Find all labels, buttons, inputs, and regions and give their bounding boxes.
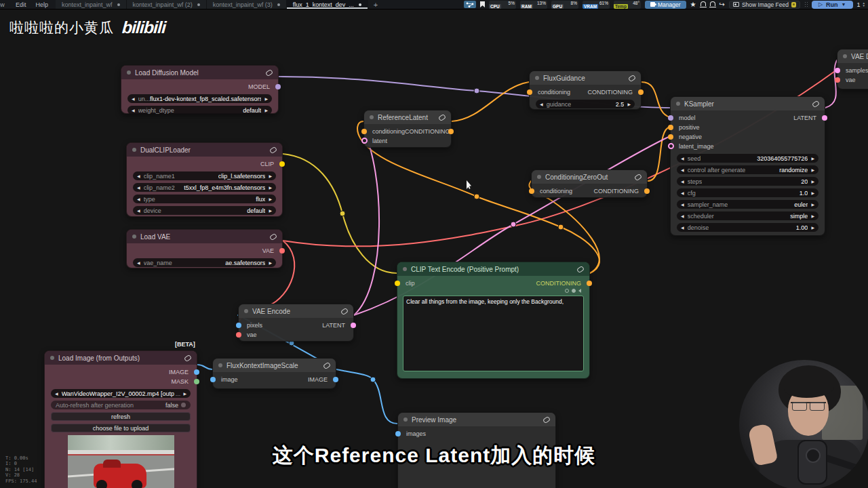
combo-right-arrow-icon[interactable]: ▶ bbox=[269, 185, 272, 190]
input-port-latent_image[interactable] bbox=[668, 143, 674, 149]
collapse-dot[interactable] bbox=[132, 148, 136, 152]
circle-icon[interactable] bbox=[565, 289, 569, 293]
node-header[interactable]: FluxKontextImageScale bbox=[213, 359, 336, 372]
node-header[interactable]: KSampler bbox=[671, 97, 825, 110]
widget-clip_name2[interactable]: ◀clip_name2t5xxl_fp8_e4m3fn.safetensors▶ bbox=[133, 183, 276, 192]
node-header[interactable]: CLIP Text Encode (Positive Prompt) bbox=[397, 262, 589, 276]
node-header[interactable]: DualCLIPLoader bbox=[127, 143, 282, 157]
collapse-dot[interactable] bbox=[244, 309, 248, 313]
tab-kontext-inpaint-wf-2[interactable]: kontext_inpaint_wf (2) bbox=[127, 0, 207, 9]
prompt-textarea[interactable]: Clear all things from the image, keeping… bbox=[403, 296, 584, 371]
input-port-vae[interactable] bbox=[835, 77, 840, 83]
output-port-IMAGE[interactable] bbox=[333, 377, 338, 382]
node-header[interactable]: Load Image (from Outputs) bbox=[45, 351, 197, 365]
combo-right-arrow-icon[interactable]: ▶ bbox=[811, 225, 814, 230]
combo-right-arrow-icon[interactable]: ▶ bbox=[627, 102, 631, 106]
widget-steps[interactable]: ◀steps20▶ bbox=[677, 177, 818, 186]
input-port-image[interactable] bbox=[210, 377, 216, 382]
widget-device[interactable]: ◀devicedefault▶ bbox=[133, 206, 276, 215]
widget-sampler_name[interactable]: ◀sampler_nameeuler▶ bbox=[677, 200, 818, 209]
input-port-conditioning[interactable] bbox=[527, 89, 532, 95]
combo-left-arrow-icon[interactable]: ◀ bbox=[137, 208, 140, 213]
tab-flux-1-kontext-dev[interactable]: flux_1_kontext_dev_... bbox=[287, 0, 368, 9]
node-canvas[interactable]: Load Diffusion ModelMODEL◀un...flux1-dev… bbox=[0, 9, 868, 488]
node-header[interactable]: FluxGuidance bbox=[530, 71, 641, 85]
toolbar-drag-handle[interactable] bbox=[804, 1, 808, 8]
show-image-feed-button[interactable]: Show Image Feed bbox=[729, 1, 800, 9]
widget-control after generate[interactable]: ◀control after generaterandomize▶ bbox=[677, 165, 818, 174]
bypass-link-icon[interactable] bbox=[269, 146, 277, 153]
widget-scheduler[interactable]: ◀schedulersimple▶ bbox=[677, 211, 818, 220]
button-refresh[interactable]: refresh bbox=[51, 412, 191, 421]
bypass-link-icon[interactable] bbox=[269, 232, 277, 240]
combo-left-arrow-icon[interactable]: ◀ bbox=[681, 190, 684, 195]
combo-left-arrow-icon[interactable]: ◀ bbox=[681, 167, 684, 172]
bypass-link-icon[interactable] bbox=[340, 307, 349, 314]
bypass-link-icon[interactable] bbox=[265, 68, 273, 76]
collapse-dot[interactable] bbox=[676, 102, 680, 106]
collapse-dot[interactable] bbox=[535, 76, 539, 80]
circle-filled-icon[interactable] bbox=[572, 289, 576, 293]
combo-left-arrow-icon[interactable]: ◀ bbox=[540, 102, 543, 106]
node-load-vae[interactable]: Load VAEVAE◀vae_nameae.safetensors▶ bbox=[126, 229, 283, 268]
node-header[interactable]: VAE Encode bbox=[239, 304, 353, 318]
input-port-conditioning[interactable] bbox=[361, 129, 367, 134]
input-port-images[interactable] bbox=[395, 431, 401, 436]
input-port-vae[interactable] bbox=[236, 332, 241, 338]
bypass-link-icon[interactable] bbox=[323, 361, 331, 369]
collapse-dot[interactable] bbox=[127, 70, 131, 75]
run-button[interactable]: ▷ Run ▼ bbox=[812, 1, 853, 9]
node-header[interactable]: Load VAE bbox=[127, 230, 282, 243]
collapse-dot[interactable] bbox=[403, 267, 407, 271]
collapse-dot[interactable] bbox=[132, 235, 136, 239]
widget-clip_name1[interactable]: ◀clip_name1clip_l.safetensors▶ bbox=[133, 171, 276, 180]
combo-right-arrow-icon[interactable]: ▶ bbox=[811, 156, 814, 161]
output-port-CLIP[interactable] bbox=[279, 161, 285, 167]
combo-left-arrow-icon[interactable]: ◀ bbox=[55, 391, 58, 396]
node-vae-decode[interactable]: VAE Dsamplesvae bbox=[837, 49, 868, 89]
bypass-link-icon[interactable] bbox=[542, 415, 551, 423]
combo-right-arrow-icon[interactable]: ▶ bbox=[269, 260, 272, 265]
combo-right-arrow-icon[interactable]: ▶ bbox=[269, 174, 272, 178]
node-dual-clip-loader[interactable]: DualCLIPLoaderCLIP◀clip_name1clip_l.safe… bbox=[126, 142, 283, 217]
widget-weight_dtype[interactable]: ◀weight_dtypedefault▶ bbox=[127, 106, 272, 115]
widget-vae_name[interactable]: ◀vae_nameae.safetensors▶ bbox=[133, 258, 276, 267]
bypass-link-icon[interactable] bbox=[438, 113, 446, 121]
combo-right-arrow-icon[interactable]: ▶ bbox=[183, 391, 186, 396]
bell-icon[interactable] bbox=[701, 1, 706, 6]
widget-un...[interactable]: ◀un...flux1-dev-kontext_fp8_scaled.safet… bbox=[127, 94, 272, 103]
batch-count-stepper[interactable]: 1 ▲▼ bbox=[857, 1, 865, 8]
node-header[interactable]: Preview Image bbox=[398, 413, 555, 426]
bypass-link-icon[interactable] bbox=[812, 100, 820, 107]
node-flux-guidance[interactable]: FluxGuidanceconditioningCONDITIONING◀gui… bbox=[529, 70, 642, 110]
widget-guidance[interactable]: ◀guidance2.5▶ bbox=[536, 100, 635, 108]
combo-right-arrow-icon[interactable]: ▶ bbox=[811, 214, 814, 218]
combo-right-arrow-icon[interactable]: ▶ bbox=[811, 167, 814, 172]
combo-left-arrow-icon[interactable]: ◀ bbox=[681, 214, 684, 218]
input-port-samples[interactable] bbox=[835, 68, 840, 73]
node-conditioning-zero-out[interactable]: ConditioningZeroOutconditioningCONDITION… bbox=[531, 169, 648, 198]
widget-cfg[interactable]: ◀cfg1.0▶ bbox=[677, 188, 818, 197]
combo-left-arrow-icon[interactable]: ◀ bbox=[132, 108, 135, 113]
widget-value[interactable]: ◀WanVideoWrapper_I2V_00002.mp4 [outp...▶ bbox=[51, 389, 191, 398]
star-icon[interactable]: ★ bbox=[690, 1, 696, 8]
output-port-CONDITIONING[interactable] bbox=[587, 281, 592, 286]
run-options-chevron-icon[interactable]: ▼ bbox=[842, 2, 846, 7]
bypass-link-icon[interactable] bbox=[628, 74, 636, 81]
input-port-positive[interactable] bbox=[668, 125, 673, 130]
toggle-knob-icon[interactable] bbox=[181, 403, 186, 407]
output-port-VAE[interactable] bbox=[279, 248, 285, 253]
collapse-dot[interactable] bbox=[403, 418, 408, 422]
combo-left-arrow-icon[interactable]: ◀ bbox=[137, 260, 140, 265]
tab-kontext-inpaint-wf[interactable]: kontext_inpaint_wf bbox=[56, 0, 127, 9]
node-reference-latent[interactable]: ReferenceLatentconditioningCONDITIONINGl… bbox=[363, 110, 452, 148]
output-port-CONDITIONING[interactable] bbox=[448, 129, 454, 134]
node-header[interactable]: ConditioningZeroOut bbox=[532, 170, 647, 184]
combo-left-arrow-icon[interactable]: ◀ bbox=[132, 96, 135, 101]
share-icon[interactable]: ↪ bbox=[719, 1, 725, 8]
combo-left-arrow-icon[interactable]: ◀ bbox=[137, 197, 140, 201]
output-port-LATENT[interactable] bbox=[822, 115, 827, 121]
widget-seed[interactable]: ◀seed320364055775726▶ bbox=[677, 154, 818, 163]
menu-workflow[interactable]: Workflow bbox=[0, 0, 11, 9]
combo-right-arrow-icon[interactable]: ▶ bbox=[264, 108, 268, 113]
